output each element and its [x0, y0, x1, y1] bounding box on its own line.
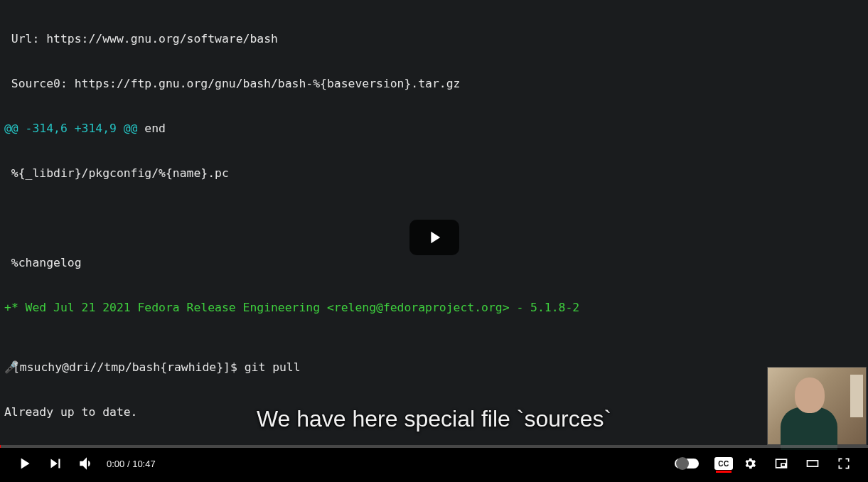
diff-hunk-header: @@ -314,6 +314,9 @@	[4, 122, 138, 135]
volume-button[interactable]	[73, 449, 101, 478]
play-overlay-button[interactable]	[409, 220, 459, 255]
theater-icon	[805, 456, 820, 471]
autoplay-toggle[interactable]	[675, 459, 699, 468]
spec-libdir-line: %{_libdir}/pkgconfig/%{name}.pc	[4, 166, 864, 181]
cmd-git-pull: git pull	[245, 360, 301, 374]
video-control-bar: 0:00 / 10:47 CC	[0, 445, 868, 482]
spec-source0: https://ftp.gnu.org/gnu/bash/bash-%{base…	[75, 77, 461, 90]
progress-track[interactable]	[0, 445, 868, 448]
gear-icon	[743, 456, 757, 471]
progress-fill	[0, 445, 1, 448]
fullscreen-icon	[837, 456, 851, 471]
play-button[interactable]	[10, 449, 38, 478]
miniplayer-icon	[774, 456, 788, 471]
prompt-icon: 🎤	[4, 360, 13, 375]
shell-prompt: [msuchy@dri//tmp/bash{rawhide}]$	[13, 360, 245, 374]
next-button[interactable]	[41, 449, 70, 478]
next-icon	[46, 454, 65, 473]
settings-button[interactable]	[736, 449, 764, 478]
spec-url-label: Url:	[4, 32, 46, 45]
spec-url: https://www.gnu.org/software/bash	[46, 32, 278, 45]
volume-icon	[77, 454, 96, 473]
play-icon	[424, 227, 444, 247]
time-display: 0:00 / 10:47	[107, 459, 156, 469]
fullscreen-button[interactable]	[830, 449, 858, 478]
play-icon	[15, 454, 33, 473]
presenter-webcam	[767, 367, 867, 445]
miniplayer-button[interactable]	[767, 449, 795, 478]
spec-changelog-header: %changelog	[4, 255, 864, 270]
spec-source0-label: Source0:	[4, 77, 75, 90]
theater-mode-button[interactable]	[798, 449, 827, 478]
subtitles-button[interactable]: CC	[714, 457, 733, 470]
spec-changelog-entry: Wed Jul 21 2021 Fedora Release Engineeri…	[18, 301, 579, 314]
svg-rect-0	[808, 461, 818, 466]
video-caption: We have here special file `sources`	[257, 406, 611, 432]
